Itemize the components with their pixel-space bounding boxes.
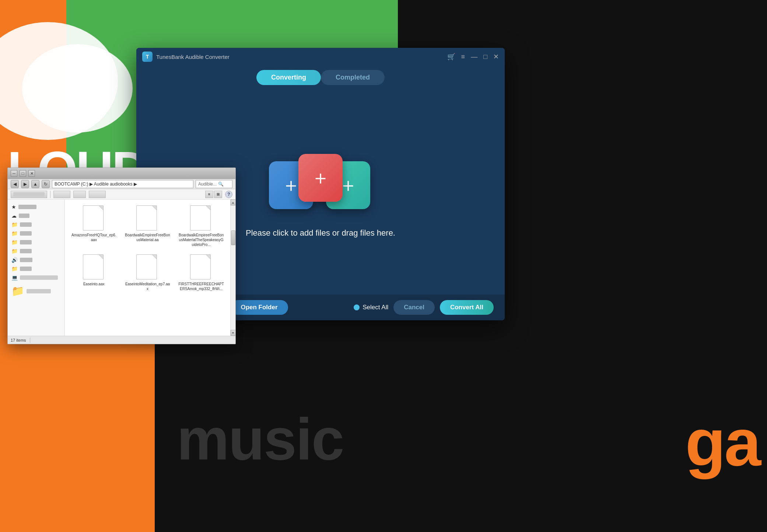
sidebar-folder-1[interactable]: 📁 folder [8, 220, 64, 229]
file-item-2[interactable]: BoardwalkEmpireeFreeBonusMaterial.aa [122, 203, 173, 249]
scroll-track [231, 205, 236, 330]
back-btn[interactable]: ◀ [11, 180, 19, 188]
sidebar-bootcamp[interactable]: 💻 BOOTCAMP [8, 273, 64, 282]
bootcamp-icon: 💻 [11, 275, 18, 281]
folder-2-label: folder [20, 231, 32, 236]
sound-label: sound [20, 258, 32, 262]
tab-completed[interactable]: Completed [321, 70, 385, 85]
app-icon: T [142, 52, 153, 62]
minimize-icon[interactable]: — [471, 53, 477, 61]
folder-5-label: folder [20, 267, 32, 271]
convert-all-button[interactable]: Convert All [440, 300, 494, 315]
file-page-4 [83, 254, 104, 279]
explorer-toolbar: Organize ≡ ⊞ ? [8, 189, 235, 200]
search-field[interactable]: Audible... 🔍 [196, 180, 232, 188]
file-name-5: EaseintoMeditation_ep7.aax [125, 282, 171, 291]
minimize-win-btn[interactable]: ─ [11, 170, 17, 177]
address-field[interactable]: BOOTCAMP (C:) ▶ Audible audiobooks ▶ [52, 180, 193, 188]
file-icon-6 [190, 254, 212, 280]
maximize-icon[interactable]: □ [483, 53, 487, 61]
help-btn[interactable]: ? [225, 191, 232, 198]
close-win-btn[interactable]: ✕ [28, 170, 35, 177]
file-page-6 [190, 254, 211, 279]
sidebar-folder-4[interactable]: 📁 folder [8, 247, 64, 256]
folder-3-icon: 📁 [11, 239, 18, 245]
plus-icon-red: ＋ [311, 165, 330, 191]
forward-btn[interactable]: ▶ [21, 180, 29, 188]
window-controls: 🛒 ≡ — □ ✕ [447, 53, 499, 61]
select-all-radio[interactable] [354, 304, 360, 310]
sidebar-folder-3[interactable]: 📁 folder [8, 238, 64, 247]
search-icon: 🔍 [218, 182, 224, 187]
wps-icon: ☁ [11, 213, 17, 219]
close-icon[interactable]: ✕ [493, 53, 499, 61]
tab-converting[interactable]: Converting [256, 70, 321, 85]
file-name-2: BoardwalkEmpireeFreeBonusMaterial.aa [125, 233, 171, 242]
scroll-down-btn[interactable]: ▼ [231, 330, 236, 336]
title-bar: T TunesBank Audible Converter 🛒 ≡ — □ ✕ [136, 48, 505, 66]
file-icon-3 [190, 205, 212, 231]
explorer-status-bar: 17 items [8, 336, 235, 344]
sidebar-folder-bottom[interactable]: 📁 17 items [8, 283, 64, 299]
folder-1-icon: 📁 [11, 222, 18, 228]
toolbar-item-4[interactable] [89, 191, 106, 198]
view-buttons: ≡ ⊞ [205, 191, 222, 198]
file-item-6[interactable]: FIRSTTHREEFREECHAPTERSAmok_mp332_lfrWi..… [176, 252, 227, 293]
file-page-5 [136, 254, 157, 279]
file-name-1: AmazonsFreeHQTour_ep6.aax [71, 233, 117, 242]
explorer-scrollbar[interactable]: ▲ ▼ [230, 200, 235, 336]
wps-label: WPS [19, 214, 29, 218]
folder-4-label: folder [20, 249, 32, 253]
menu-icon[interactable]: ≡ [461, 53, 465, 61]
file-page-2 [136, 205, 157, 230]
file-item-3[interactable]: BoardwalkEmpireeFreeBonusMaterialTheSpea… [176, 203, 227, 249]
scroll-thumb[interactable] [231, 230, 235, 245]
organize-label: Organize [13, 192, 45, 197]
sound-icon: 🔊 [11, 257, 18, 263]
view-list-btn[interactable]: ≡ [205, 191, 213, 198]
file-item-5[interactable]: EaseintoMeditation_ep7.aax [122, 252, 173, 293]
open-folder-button[interactable]: Open Folder [230, 300, 288, 315]
explorer-window: ─ □ ✕ ◀ ▶ ▲ ↻ BOOTCAMP (C:) ▶ Audible au… [7, 168, 236, 344]
view-grid-btn[interactable]: ⊞ [214, 191, 222, 198]
up-btn[interactable]: ▲ [31, 180, 39, 188]
cart-icon[interactable]: 🛒 [447, 53, 455, 61]
brand-text: ga [685, 404, 760, 480]
cancel-button[interactable]: Cancel [393, 300, 435, 315]
restore-win-btn[interactable]: □ [20, 170, 26, 177]
explorer-address-bar: ◀ ▶ ▲ ↻ BOOTCAMP (C:) ▶ Audible audioboo… [8, 179, 235, 189]
status-separator [30, 338, 30, 343]
file-icon-1 [83, 205, 105, 231]
favorites-label: Favorites [18, 205, 36, 209]
search-placeholder: Audible... [198, 182, 217, 187]
select-all-label: Select All [363, 304, 388, 311]
toolbar-organize[interactable]: Organize [11, 191, 47, 198]
scroll-up-btn[interactable]: ▲ [231, 200, 236, 205]
toolbar-item-3[interactable] [73, 191, 86, 198]
sidebar-wps[interactable]: ☁ WPS [8, 211, 64, 220]
folder-bottom-label: 17 items [27, 289, 51, 293]
file-item-4[interactable]: Easeinto.aax [69, 252, 119, 293]
sidebar-folder-5[interactable]: 📁 folder [8, 264, 64, 273]
folder-2-icon: 📁 [11, 230, 18, 236]
file-icon-5 [136, 254, 158, 280]
items-label: items [16, 338, 26, 342]
icon-card-red: ＋ [298, 154, 343, 202]
explorer-files: AmazonsFreeHQTour_ep6.aax BoardwalkEmpir… [65, 200, 230, 336]
folder-4-icon: 📁 [11, 248, 18, 254]
file-item-1[interactable]: AmazonsFreeHQTour_ep6.aax [69, 203, 119, 249]
favorites-icon: ★ [11, 204, 16, 210]
explorer-body: ★ Favorites ☁ WPS 📁 folder 📁 folder 📁 fo… [8, 200, 235, 336]
tab-bar: Converting Completed [136, 66, 505, 89]
file-name-4: Easeinto.aax [83, 282, 105, 286]
toolbar-item-2[interactable] [53, 191, 70, 198]
refresh-btn[interactable]: ↻ [42, 180, 50, 188]
cloud-shape-2 [22, 44, 133, 133]
sidebar-sound[interactable]: 🔊 sound [8, 256, 64, 264]
file-name-6: FIRSTTHREEFREECHAPTERSAmok_mp332_lfrWi..… [178, 282, 224, 291]
sidebar-favorites[interactable]: ★ Favorites [8, 202, 64, 211]
items-count: 17 [11, 338, 15, 342]
music-text: music [177, 405, 343, 473]
sidebar-folder-2[interactable]: 📁 folder [8, 229, 64, 238]
toolbar-sep-1 [50, 191, 50, 198]
